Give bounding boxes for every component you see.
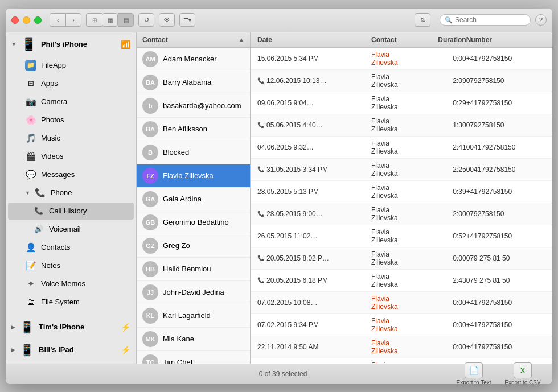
contact-row[interactable]: FZFlavia Zilievska xyxy=(137,164,250,188)
nav-buttons: ‹ › xyxy=(50,13,81,27)
call-row[interactable]: 📞28.05.2015 9:00…Flavia Zilievska2:00079… xyxy=(251,203,552,225)
call-date-cell: 07.02.2015 9:34 PM xyxy=(257,321,371,329)
call-number-cell: 0792758150 xyxy=(466,210,546,218)
contact-row[interactable]: TCTim Chef xyxy=(137,351,250,364)
sidebar-item-contacts[interactable]: 👤 Contacts xyxy=(8,239,134,256)
call-number-cell: +41792758150 xyxy=(466,321,546,329)
call-date-cell: 26.05.2015 11:02… xyxy=(257,232,371,240)
contact-row[interactable]: HBHalid Benmiou xyxy=(137,258,250,281)
sidebar-item-messages[interactable]: 💬 Messages xyxy=(8,166,134,183)
contact-row[interactable]: BBlocked xyxy=(137,141,250,164)
contact-avatar: BA xyxy=(142,75,158,90)
close-button[interactable] xyxy=(11,16,19,24)
contact-name-label: Greg Zo xyxy=(163,241,190,250)
sidebar-item-photos[interactable]: 🌸 Photos xyxy=(8,112,134,129)
eye-button[interactable]: 👁 xyxy=(159,13,175,27)
call-date-cell: 04.06.2015 9:32… xyxy=(257,143,371,151)
sidebar-item-music[interactable]: 🎵 Music xyxy=(8,130,134,147)
call-row[interactable]: 📞12.06.2015 10:13…Flavia Zilievska2:0907… xyxy=(251,70,552,92)
search-input[interactable] xyxy=(455,16,526,24)
view-detail-button[interactable]: ▤ xyxy=(118,13,134,27)
contact-avatar: JJ xyxy=(142,284,158,300)
contact-row[interactable]: JJJohn-David Jedina xyxy=(137,281,250,304)
call-row[interactable]: 📞05.06.2015 4:40…Flavia Zilievska1:30079… xyxy=(251,114,552,137)
call-number-cell: +41792758150 xyxy=(466,188,546,196)
call-row[interactable]: 07.02.2015 9:34 PMFlavia Zilievska0:00+4… xyxy=(251,314,552,336)
call-row[interactable]: 22.11.2014 9:50 AMFlavia Zilievska0:00+4… xyxy=(251,336,552,358)
contact-row[interactable]: bbasakarda@yahoo.com xyxy=(137,94,250,118)
export-csv-button[interactable]: X Export to CSV xyxy=(500,362,545,384)
file-system-label: File System xyxy=(41,298,80,306)
call-row[interactable]: 📞31.05.2015 3:34 PMFlavia Zilievska2:250… xyxy=(251,159,552,181)
contact-header-label: Contact xyxy=(142,36,168,44)
export-text-icon: 📄 xyxy=(465,362,483,378)
contact-name-label: Barry Alabama xyxy=(163,78,211,86)
device-bills-ipad[interactable]: ▶ 📱 Bill's iPad ⚡ xyxy=(6,339,136,361)
contact-row[interactable]: AMAdam Menacker xyxy=(137,48,250,71)
call-row[interactable]: 26.05.2015 11:02…Flavia Zilievska0:52+41… xyxy=(251,225,552,247)
filter-button[interactable]: ☰▾ xyxy=(179,13,195,27)
contact-row[interactable]: KLKarl Lagarfield xyxy=(137,304,250,328)
sidebar-item-videos[interactable]: 🎬 Videos xyxy=(8,148,134,165)
view-grid-button[interactable]: ⊞ xyxy=(86,13,102,27)
contact-avatar: MK xyxy=(142,331,158,347)
call-incoming-icon: 📞 xyxy=(257,255,264,261)
device-phone-icon: 📱 xyxy=(21,37,36,52)
sidebar-item-voice-memos[interactable]: ✦ Voice Memos xyxy=(8,275,134,292)
contact-row[interactable]: GAGaia Ardina xyxy=(137,188,250,211)
call-row[interactable]: 04.06.2015 9:32…Flavia Zilievska2:410041… xyxy=(251,137,552,159)
sidebar-item-notes[interactable]: 📝 Notes xyxy=(8,257,134,274)
contact-panel-header: Contact ▲ xyxy=(137,32,250,48)
tims-expand-arrow: ▶ xyxy=(11,324,15,330)
contact-row[interactable]: BABarry Alabama xyxy=(137,71,250,94)
contact-header: Contact xyxy=(371,36,398,44)
call-date-cell: 📞31.05.2015 3:34 PM xyxy=(257,166,371,174)
sidebar-item-fileapp[interactable]: 📁 FileApp xyxy=(8,57,134,74)
photos-label: Photos xyxy=(41,115,64,124)
contact-row[interactable]: GZGreg Zo xyxy=(137,234,250,258)
call-row[interactable]: 28.05.2015 5:13 PMFlavia Zilievska0:39+4… xyxy=(251,181,552,203)
view-list-button[interactable]: ▦ xyxy=(102,13,118,27)
expand-arrow: ▼ xyxy=(11,42,17,47)
device-tims-iphone[interactable]: ▶ 📱 Tim's iPhone ⚡ xyxy=(6,316,136,339)
contacts-label: Contacts xyxy=(41,243,70,251)
back-button[interactable]: ‹ xyxy=(50,13,65,27)
refresh-button[interactable]: ↺ xyxy=(138,13,154,27)
export-csv-label: Export to CSV xyxy=(504,379,540,384)
call-row[interactable]: 📞20.05.2015 8:02 P…Flavia Zilievska0:000… xyxy=(251,247,552,270)
sidebar-item-apps[interactable]: ⊞ Apps xyxy=(8,75,134,92)
device-phils-iphone[interactable]: ▼ 📱 Phil's iPhone 📶 xyxy=(6,32,136,56)
contact-name-label: Ben Afliksson xyxy=(163,125,207,133)
call-row[interactable]: 15.06.2015 5:34 PMFlavia Zilievska0:00+4… xyxy=(251,48,552,70)
bills-ipad-icon: 📱 xyxy=(20,343,34,357)
contact-avatar: FZ xyxy=(142,168,158,184)
sidebar-item-file-system[interactable]: 🗂 File System xyxy=(8,294,134,311)
sidebar: ▼ 📱 Phil's iPhone 📶 📁 FileApp ⊞ Apps 📷 C… xyxy=(6,32,137,364)
call-row[interactable]: 09.06.2015 9:04…Flavia Zilievska0:29+417… xyxy=(251,92,552,114)
contact-name-label: Adam Menacker xyxy=(163,55,217,63)
export-text-button[interactable]: 📄 Export to Text xyxy=(451,362,497,384)
call-history-icon: 📞 xyxy=(33,205,44,217)
sidebar-item-voicemail[interactable]: 🔊 Voicemail xyxy=(8,221,134,238)
sort-button[interactable]: ⇅ xyxy=(415,13,430,27)
contact-avatar: B xyxy=(142,145,158,160)
main-content: ▼ 📱 Phil's iPhone 📶 📁 FileApp ⊞ Apps 📷 C… xyxy=(6,32,552,364)
contact-row[interactable]: MKMia Kane xyxy=(137,328,250,351)
sidebar-item-camera[interactable]: 📷 Camera xyxy=(8,93,134,110)
maximize-button[interactable] xyxy=(34,16,42,24)
sidebar-item-phone[interactable]: ▼ 📞 Phone xyxy=(8,184,134,201)
help-button[interactable]: ? xyxy=(535,14,547,26)
call-row[interactable]: 07.02.2015 10:08…Flavia Zilievska0:00+41… xyxy=(251,292,552,314)
call-contact-cell: Flavia Zilievska xyxy=(371,295,398,311)
minimize-button[interactable] xyxy=(23,16,30,24)
call-date-cell: 09.06.2015 9:04… xyxy=(257,99,371,107)
forward-button[interactable]: › xyxy=(65,13,81,27)
call-contact-cell: Flavia Zilievska xyxy=(371,51,398,67)
voicemail-icon: 🔊 xyxy=(33,224,44,235)
bills-usb-icon: ⚡ xyxy=(121,345,130,354)
sidebar-item-call-history[interactable]: 📞 Call History xyxy=(8,203,134,220)
contact-row[interactable]: BABen Afliksson xyxy=(137,118,250,141)
view-buttons: ⊞ ▦ ▤ xyxy=(86,13,134,27)
contact-row[interactable]: GBGeronimo Bedattino xyxy=(137,211,250,234)
call-row[interactable]: 📞20.05.2015 6:18 PMFlavia Zilievska2:430… xyxy=(251,270,552,292)
